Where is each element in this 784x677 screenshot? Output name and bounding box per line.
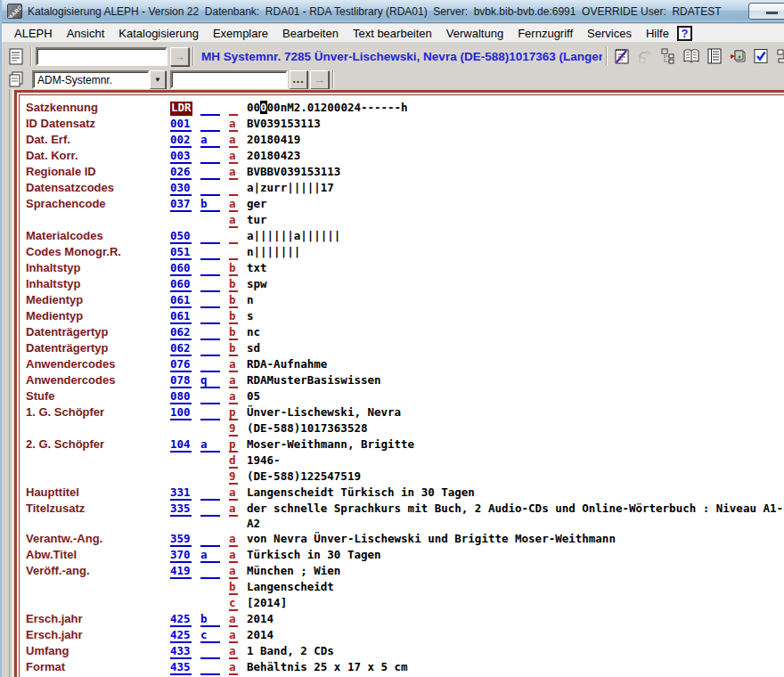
field-indicators[interactable] — [200, 324, 229, 340]
subfield-code[interactable] — [229, 228, 247, 244]
subfield-code[interactable]: b — [229, 308, 247, 324]
menu-item-katalogisierung[interactable]: Katalogisierung — [111, 25, 206, 42]
field-tag[interactable]: 425 — [170, 627, 200, 643]
field-value[interactable]: Moser-Weithmann, Brigitte — [247, 436, 784, 452]
field-tag[interactable]: 002 — [170, 132, 200, 148]
field-tag[interactable]: 076 — [170, 356, 200, 372]
subfield-code[interactable]: 9 — [229, 469, 247, 485]
field-indicators[interactable] — [200, 164, 229, 180]
copies-icon[interactable] — [5, 69, 27, 90]
subfield-code[interactable] — [229, 100, 247, 116]
subfield-code[interactable]: b — [229, 579, 247, 595]
field-value[interactable]: 00000nM2.01200024------h — [247, 100, 784, 115]
field-value[interactable]: BV039153113 — [247, 116, 784, 131]
field-indicators[interactable]: b — [200, 611, 229, 627]
field-value[interactable]: RDAMusterBasiswissen — [247, 372, 784, 387]
panel-resize-gutter[interactable] — [2, 89, 13, 677]
field-value[interactable]: ger — [247, 196, 784, 211]
subfield-code[interactable]: b — [229, 292, 247, 308]
field-indicators[interactable] — [200, 531, 229, 547]
subfield-code[interactable]: a — [229, 132, 247, 148]
subfield-code[interactable]: a — [229, 372, 247, 388]
field-tag[interactable]: 335 — [170, 501, 200, 517]
field-value[interactable]: 1946- — [247, 453, 784, 468]
field-value[interactable]: nc — [247, 324, 784, 339]
field-indicators[interactable] — [200, 404, 229, 420]
field-indicators[interactable] — [200, 148, 229, 164]
field-indicators[interactable]: c — [200, 627, 229, 643]
field-tag[interactable]: 060 — [170, 276, 200, 292]
search-input[interactable] — [36, 47, 167, 66]
tree-view-button[interactable] — [657, 45, 679, 67]
field-value[interactable]: 20180419 — [247, 132, 784, 147]
field-tag[interactable]: LDR — [170, 100, 200, 116]
field-tag[interactable]: 026 — [170, 164, 200, 180]
field-indicators[interactable] — [200, 244, 229, 260]
field-value[interactable]: 1 Band, 2 CDs — [247, 643, 784, 658]
field-indicators[interactable] — [200, 100, 229, 116]
field-value[interactable]: 20180423 — [247, 148, 784, 163]
subfield-code[interactable]: a — [229, 643, 247, 659]
field-value[interactable]: Langenscheidt — [247, 579, 784, 594]
subfield-code[interactable]: a — [229, 531, 247, 547]
field-indicators[interactable] — [200, 276, 229, 292]
subfield-code[interactable]: a — [229, 659, 247, 675]
fetch-record-button[interactable] — [634, 45, 656, 67]
field-tag[interactable]: 433 — [170, 643, 200, 659]
field-value[interactable]: Behältnis 25 x 17 x 5 cm — [247, 659, 784, 674]
field-tag[interactable]: 100 — [170, 404, 200, 420]
field-tag[interactable]: 061 — [170, 308, 200, 324]
edit-record-button[interactable] — [611, 45, 633, 67]
field-tag[interactable]: 062 — [170, 340, 200, 356]
field-value[interactable]: 05 — [247, 388, 784, 404]
field-indicators[interactable] — [200, 356, 229, 372]
field-indicators[interactable] — [200, 292, 229, 308]
field-value[interactable]: RDA-Aufnahme — [247, 356, 784, 371]
subfield-code[interactable]: d — [229, 453, 247, 469]
subfield-code[interactable]: 9 — [229, 420, 247, 436]
field-indicators[interactable]: q — [200, 372, 229, 388]
subfield-code[interactable]: a — [229, 164, 247, 180]
field-indicators[interactable] — [200, 340, 229, 356]
menu-item-bearbeiten[interactable]: Bearbeiten — [275, 25, 346, 42]
field-value[interactable]: Türkisch in 30 Tagen — [247, 547, 784, 562]
subfield-code[interactable]: a — [229, 485, 247, 501]
field-indicators[interactable] — [200, 388, 229, 404]
field-indicators[interactable] — [200, 180, 229, 196]
field-indicators[interactable] — [200, 308, 229, 324]
field-indicators[interactable] — [200, 563, 229, 579]
adm-go-button[interactable]: → — [310, 70, 329, 89]
subfield-code[interactable] — [229, 244, 247, 260]
field-value[interactable]: von Nevra Ünver-Lischewski und Brigitte … — [247, 531, 784, 546]
record-page-icon[interactable] — [5, 45, 27, 67]
field-indicators[interactable] — [200, 228, 229, 244]
field-tag[interactable]: 030 — [170, 180, 200, 196]
field-value[interactable]: (DE-588)122547519 — [247, 469, 784, 484]
subfield-code[interactable] — [229, 180, 247, 196]
field-tag[interactable]: 062 — [170, 324, 200, 340]
subfield-code[interactable]: a — [229, 547, 247, 563]
field-value[interactable]: (DE-588)1017363528 — [247, 420, 784, 436]
field-tag[interactable]: 078 — [170, 372, 200, 388]
subfield-code[interactable]: b — [229, 260, 247, 276]
subfield-code[interactable]: b — [229, 324, 247, 340]
field-indicators[interactable] — [200, 659, 229, 675]
field-value[interactable]: n||||||| — [247, 244, 784, 259]
field-indicators[interactable] — [200, 643, 229, 659]
menu-item-services[interactable]: Services — [580, 25, 639, 42]
field-indicators[interactable] — [200, 501, 229, 517]
minimize-button[interactable] — [748, 3, 784, 20]
subfield-code[interactable]: a — [229, 116, 247, 132]
export-server-button[interactable] — [727, 45, 748, 67]
field-value[interactable]: Langenscheidt Türkisch in 30 Tagen — [247, 485, 784, 500]
field-tag[interactable]: 370 — [170, 547, 200, 563]
field-tag[interactable]: 425 — [170, 611, 200, 627]
field-value[interactable]: Ünver-Lischewski, Nevra — [247, 404, 784, 420]
help-icon[interactable]: ? — [677, 26, 692, 41]
menu-item-hilfe[interactable]: Hilfe — [639, 25, 676, 42]
open-book-view-button[interactable] — [681, 45, 702, 67]
field-indicators[interactable]: b — [200, 196, 229, 212]
field-value[interactable]: spw — [247, 276, 784, 291]
subfield-code[interactable]: a — [229, 627, 247, 643]
menu-item-fernzugriff[interactable]: Fernzugriff — [510, 25, 580, 42]
